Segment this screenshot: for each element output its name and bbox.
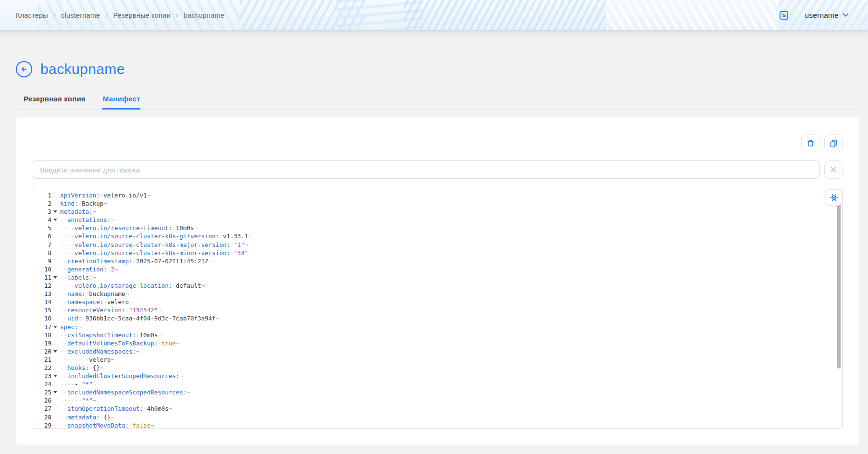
line-number[interactable]: 29 (32, 421, 51, 429)
fold-toggle-icon[interactable] (51, 323, 59, 331)
code-token: ¬ (201, 282, 205, 289)
code-token: itemOperationTimeout: (67, 405, 143, 412)
code-text: ··excludedNamespaces:¬ (60, 347, 140, 356)
fold-toggle-icon[interactable] (51, 216, 59, 224)
line-number[interactable]: 18 (32, 331, 51, 339)
line-number[interactable]: 19 (32, 339, 51, 347)
code-text: ··generation:·2¬ (60, 265, 118, 273)
code-text: ··annotations:¬ (60, 216, 114, 224)
copy-button[interactable] (824, 134, 843, 152)
line-number[interactable]: 12 (32, 282, 51, 290)
arrow-left-icon (20, 65, 28, 74)
line-number[interactable]: 22 (32, 364, 51, 372)
line-number[interactable]: 8 (32, 249, 51, 257)
line-number[interactable]: 15 (32, 306, 51, 314)
code-token: ¬ (150, 422, 154, 429)
code-token: ·· (60, 331, 67, 339)
user-menu[interactable]: username (805, 11, 849, 20)
code-token: labels: (67, 274, 93, 281)
code-line: 14··namespace:·velero¬ (32, 298, 842, 306)
code-token: ¬ (136, 348, 140, 355)
line-number[interactable]: 10 (32, 265, 51, 273)
line-number[interactable]: 17 (32, 323, 51, 331)
line-number[interactable]: 14 (32, 298, 51, 306)
breadcrumb-item[interactable]: clustername (61, 12, 100, 19)
line-number[interactable]: 21 (32, 356, 51, 364)
page-title: backupname (40, 61, 125, 77)
code-token: ¬ (129, 298, 133, 306)
line-number[interactable]: 23 (32, 372, 51, 380)
back-button[interactable] (16, 61, 32, 77)
code-text: ··includedClusterScopedResources:¬ (60, 372, 183, 380)
code-token: velero (107, 298, 129, 306)
code-line: 9··creationTimestamp:·2025-07-02T11:45:2… (32, 257, 842, 265)
fold-toggle-icon[interactable] (51, 372, 59, 380)
search-row (32, 160, 843, 179)
line-number[interactable]: 27 (32, 405, 51, 413)
code-text: ··itemOperationTimeout:·4h0m0s¬ (60, 405, 172, 413)
line-number[interactable]: 1 (32, 191, 51, 199)
code-token: 4h0m0s (147, 405, 169, 412)
line-number[interactable]: 26 (32, 396, 51, 405)
yaml-editor[interactable]: 1apiVersion:·velero.io/v1¬2kind:·Backup¬… (32, 189, 843, 429)
code-text: ··metadata:·{}¬ (60, 413, 114, 421)
fold-toggle-icon[interactable] (51, 347, 59, 356)
line-number[interactable]: 28 (32, 413, 51, 421)
code-token: apiVersion: (60, 192, 100, 199)
code-token: ·· (60, 414, 67, 421)
fold-spacer (51, 314, 59, 322)
code-token: · (143, 405, 147, 412)
line-number[interactable]: 9 (32, 257, 51, 265)
code-token: 936bb1cc-5caa-4f04-9d3c-7cab70f3a94f (86, 315, 216, 322)
fold-spacer (51, 249, 59, 257)
code-line: 4··annotations:¬ (32, 216, 842, 224)
line-number[interactable]: 6 (32, 232, 51, 240)
fold-toggle-icon[interactable] (51, 273, 59, 282)
search-clear-button[interactable] (824, 160, 843, 179)
line-number[interactable]: 3 (32, 208, 51, 216)
code-token: ·· (60, 274, 67, 281)
fold-toggle-icon[interactable] (51, 208, 59, 216)
fold-spacer (51, 290, 59, 298)
line-number[interactable]: 7 (32, 241, 51, 249)
code-token: "*" (82, 397, 93, 404)
code-token: true (161, 340, 176, 347)
logout-button[interactable] (778, 9, 790, 22)
editor-scrollbar[interactable] (837, 203, 841, 368)
code-token: snapshotMoveData: (67, 422, 129, 429)
code-text: ····velero.io/source-cluster-k8s-minor-v… (60, 249, 252, 257)
code-token: ·· (60, 389, 67, 396)
breadcrumb-separator: › (105, 11, 108, 18)
code-token: resourceVersion: (67, 307, 125, 314)
line-number[interactable]: 24 (32, 380, 51, 388)
delete-button[interactable] (801, 134, 819, 152)
code-token: includedNamespaceScopedResources: (67, 389, 186, 396)
code-token: ···· (60, 282, 74, 289)
tab-backup[interactable]: Резервная копия (23, 90, 86, 110)
line-number[interactable]: 25 (32, 388, 51, 396)
line-number[interactable]: 20 (32, 347, 51, 356)
breadcrumb-item[interactable]: Кластеры (16, 12, 48, 19)
code-token: · (133, 258, 136, 265)
code-token: "*" (82, 380, 93, 388)
code-token: ¬ (103, 200, 107, 207)
line-number[interactable]: 13 (32, 290, 51, 298)
line-number[interactable]: 4 (32, 216, 51, 224)
search-input[interactable] (32, 160, 820, 179)
tab-manifest[interactable]: Манифест (102, 90, 141, 110)
line-number[interactable]: 11 (32, 273, 51, 282)
code-token: ¬ (186, 389, 190, 396)
breadcrumb-item[interactable]: Резервные копии (113, 12, 170, 19)
code-text: ··creationTimestamp:·2025-07-02T11:45:21… (60, 257, 212, 265)
code-token: 2025-07-02T11:45:21Z (136, 258, 209, 265)
fold-toggle-icon[interactable] (51, 388, 59, 396)
line-number[interactable]: 2 (32, 199, 51, 208)
code-token: "33" (234, 249, 248, 257)
editor-settings-button[interactable] (826, 189, 842, 206)
code-token: · (136, 331, 140, 339)
code-token: ···· (60, 380, 74, 388)
line-number[interactable]: 16 (32, 314, 51, 322)
line-number[interactable]: 5 (32, 224, 51, 232)
code-token: ¬ (93, 274, 97, 281)
code-text: ··defaultVolumesToFsBackup:·true¬ (60, 339, 179, 347)
